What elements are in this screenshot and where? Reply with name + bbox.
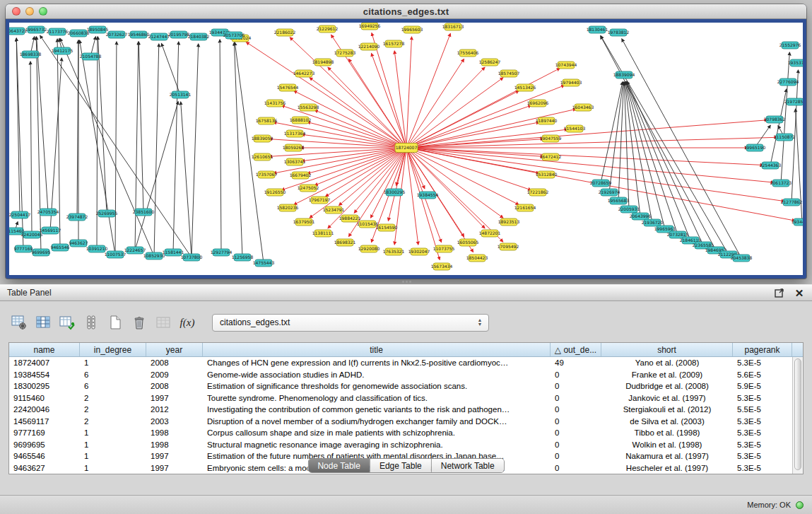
graph-node[interactable]: 18300295 [384, 189, 406, 196]
table-row[interactable]: 1830029562008Estimation of significance … [9, 380, 792, 392]
close-window-button[interactable] [12, 7, 20, 16]
graph-node[interactable]: 21229612 [317, 25, 339, 33]
graph-node[interactable]: 18504423 [466, 255, 488, 262]
close-panel-icon[interactable]: ✕ [794, 287, 805, 298]
graph-node[interactable]: 16679402 [290, 172, 312, 179]
graph-node[interactable]: 19384554 [417, 192, 439, 199]
table-cell[interactable]: 1997 [146, 394, 203, 402]
table-cell[interactable]: Yano et al. (2008) [601, 358, 733, 367]
graph-node[interactable]: 19353708 [788, 59, 803, 66]
table-cell[interactable]: 5.3E-5 [733, 464, 792, 472]
graph-node[interactable]: 18059268 [283, 144, 305, 151]
graph-node[interactable]: 18698338 [20, 51, 42, 58]
graph-node[interactable]: 11544103 [564, 125, 586, 132]
table-cell[interactable]: 6 [80, 370, 146, 379]
table-cell[interactable]: Disruption of a novel member of a sodium… [203, 417, 551, 426]
graph-node[interactable]: 9777169 [14, 245, 33, 252]
graph-node[interactable]: 25269955 [96, 210, 118, 217]
table-cell[interactable]: 49 [551, 358, 601, 367]
graph-node[interactable]: 21552976 [779, 42, 801, 49]
table-cell[interactable]: 6 [80, 382, 146, 390]
table-cell[interactable]: Structural magnetic resonance image aver… [203, 440, 551, 449]
graph-node[interactable]: 20195798 [168, 31, 190, 38]
graph-node[interactable]: 21150872 [774, 134, 796, 141]
table-cell[interactable]: Estimation of significance thresholds fo… [203, 382, 551, 390]
graph-node[interactable]: 20453838 [731, 255, 753, 262]
column-header[interactable]: △ out_de... [551, 343, 601, 356]
table-cell[interactable]: Hescheler et al. (1997) [601, 464, 733, 472]
network-canvas[interactable]: 1872400716157278122140901727528318194898… [9, 23, 803, 275]
graph-node[interactable]: 17357067 [256, 171, 278, 178]
table-row[interactable]: 1456911722003Disruption of a novel membe… [9, 416, 792, 428]
graph-node[interactable]: 20732627 [106, 31, 128, 38]
table-cell[interactable]: 2003 [146, 417, 203, 426]
graph-node[interactable]: 23974872 [66, 214, 88, 221]
graph-node[interactable]: 19965603 [401, 26, 423, 33]
tab-node-table[interactable]: Node Table [308, 459, 370, 472]
graph-node[interactable]: 16154590 [376, 224, 398, 231]
graph-node[interactable]: 21277862 [781, 199, 803, 206]
table-cell[interactable]: 2 [80, 417, 146, 426]
graph-node[interactable]: 22005931 [618, 206, 640, 213]
graph-node[interactable]: 17635321 [383, 248, 405, 255]
graph-node[interactable]: 9699695 [32, 249, 51, 256]
graph-node[interactable]: 9463627 [69, 240, 88, 247]
graph-node[interactable]: 13063741 [284, 158, 306, 165]
table-cell[interactable]: 9699695 [9, 440, 80, 449]
graph-node[interactable]: 9465546 [51, 244, 70, 251]
table-cell[interactable]: 2012 [146, 405, 203, 414]
table-cell[interactable]: de Silva et al. (2003) [601, 417, 733, 426]
graph-node[interactable]: 16043463 [572, 104, 594, 111]
table-cell[interactable]: Nakamura et al. (1997) [601, 452, 733, 460]
graph-node[interactable]: 24705354 [37, 209, 59, 216]
table-cell[interactable]: 0 [551, 405, 601, 414]
table-cell[interactable]: Franke et al. (2009) [601, 370, 733, 379]
graph-node[interactable]: 19783812 [608, 29, 630, 36]
graph-node[interactable]: 12927794 [211, 249, 233, 256]
graph-node[interactable]: 19412175 [52, 47, 73, 54]
graph-node[interactable]: 14755443 [253, 259, 275, 267]
column-header[interactable]: title [203, 343, 551, 356]
graph-node[interactable]: 19965732 [25, 26, 47, 33]
table-cell[interactable]: 0 [551, 382, 601, 390]
table-cell[interactable]: 0 [551, 370, 601, 379]
table-cell[interactable]: 9463627 [9, 464, 80, 472]
citation-network-graph[interactable]: 1872400716157278122140901727528318194898… [9, 23, 803, 275]
panel-resize-handle[interactable] [401, 280, 412, 284]
table-cell[interactable]: 5.9E-5 [733, 382, 792, 390]
table-cell[interactable]: 0 [551, 440, 601, 449]
table-cell[interactable]: 0 [551, 417, 601, 426]
graph-node[interactable]: 23851600 [133, 209, 155, 216]
table-cell[interactable]: Genome-wide association studies in ADHD. [203, 370, 551, 379]
table-cell[interactable]: Dudbridge et al. (2008) [601, 382, 733, 390]
table-cell[interactable]: 0 [551, 464, 601, 472]
graph-node[interactable]: 12920080 [358, 245, 380, 252]
graph-node[interactable]: 12610651 [252, 153, 273, 160]
table-select-dropdown[interactable]: citations_edges.txt ▲▼ [212, 314, 489, 332]
graph-node[interactable]: 14642273 [293, 70, 315, 77]
function-builder-icon[interactable]: f(x) [177, 313, 198, 332]
graph-node[interactable]: 19047559 [540, 135, 562, 142]
import-table-icon[interactable] [153, 313, 174, 332]
graph-node[interactable]: 15476544 [277, 84, 299, 91]
table-cell[interactable]: 9777169 [9, 428, 80, 437]
minimize-window-button[interactable] [25, 7, 34, 16]
table-cell[interactable]: 2009 [146, 370, 203, 379]
trash-icon[interactable] [129, 313, 150, 332]
graph-node[interactable]: 14513426 [514, 84, 536, 91]
table-cell[interactable]: 5.5E-5 [733, 405, 792, 414]
graph-node[interactable]: 14569117 [40, 227, 61, 234]
table-cell[interactable]: 14569117 [9, 417, 80, 426]
graph-node[interactable]: 19126550 [264, 189, 286, 196]
tab-edge-table[interactable]: Edge Table [370, 459, 431, 472]
table-cell[interactable]: Wolkin et al. (1998) [601, 440, 733, 449]
graph-node[interactable]: 21247447 [148, 33, 170, 40]
graph-node[interactable]: 17275283 [334, 49, 356, 57]
graph-node[interactable]: 20643996 [630, 213, 652, 220]
column-header[interactable]: in_degree [80, 343, 146, 356]
graph-node[interactable]: 16962096 [527, 100, 549, 107]
graph-node[interactable]: 22504417 [9, 211, 30, 218]
table-cell[interactable]: 1 [80, 464, 146, 472]
graph-node[interactable]: 21173776 [47, 28, 69, 35]
graph-node[interactable]: 18923513 [498, 218, 520, 226]
